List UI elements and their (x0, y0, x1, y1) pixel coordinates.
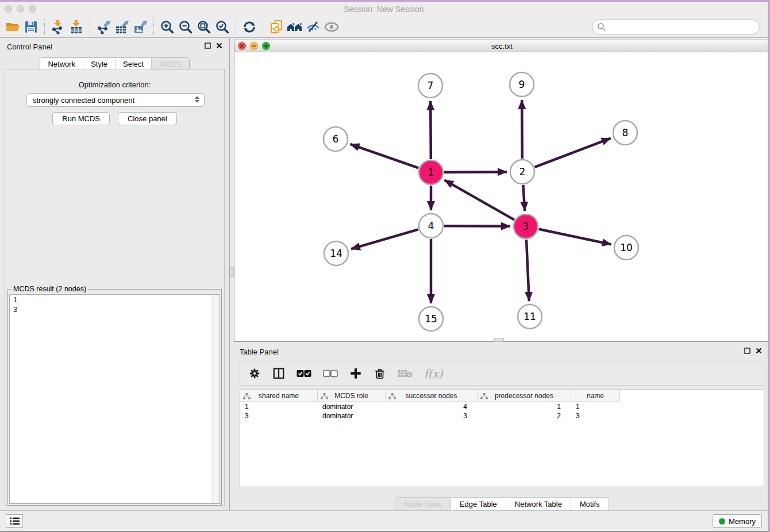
svg-text:9: 9 (519, 79, 525, 90)
zoom-fit-button[interactable] (195, 18, 213, 36)
result-scrollbar[interactable] (212, 295, 220, 503)
tab-edge-table[interactable]: Edge Table (451, 498, 506, 510)
hide-selected-button[interactable] (304, 18, 322, 36)
save-session-button[interactable] (22, 18, 40, 36)
graph-node-14[interactable]: 14 (324, 241, 348, 265)
plus-icon (349, 367, 362, 380)
network-window-titlebar[interactable]: scc.txt (234, 40, 769, 52)
svg-text:2: 2 (519, 166, 526, 178)
graph-node-9[interactable]: 9 (510, 72, 534, 97)
tab-mcds[interactable]: MCDS (151, 58, 188, 70)
open-session-button[interactable] (3, 18, 22, 36)
tab-motifs[interactable]: Motifs (571, 498, 609, 510)
first-neighbors-button[interactable] (286, 18, 304, 36)
show-columns-button[interactable] (272, 367, 285, 380)
graph-edge-1-2[interactable] (444, 172, 507, 172)
export-image-button[interactable] (131, 18, 149, 36)
run-mcds-button[interactable]: Run MCDS (52, 112, 110, 125)
delete-row-button[interactable] (374, 367, 386, 380)
task-history-button[interactable] (6, 514, 23, 528)
search-input[interactable] (606, 22, 754, 31)
tab-network-table[interactable]: Network Table (506, 498, 571, 510)
toolbar-separator (153, 19, 154, 35)
svg-text:6: 6 (333, 133, 339, 145)
graph-edge-3-1[interactable] (444, 180, 514, 219)
graph-node-15[interactable]: 15 (419, 307, 443, 331)
column-header-shared-name[interactable]: shared name (240, 390, 318, 402)
cell-name[interactable]: 3 (571, 411, 620, 421)
graph-edge-4-14[interactable] (351, 229, 418, 249)
import-table-button[interactable] (67, 18, 86, 36)
clone-network-button[interactable] (267, 18, 286, 36)
graph-edge-3-11[interactable] (526, 240, 529, 301)
close-panel-button[interactable]: Close panel (118, 112, 177, 125)
graph-node-8[interactable]: 8 (613, 121, 637, 145)
zoom-selected-button[interactable] (213, 18, 232, 36)
graph-edge-1-6[interactable] (350, 144, 418, 168)
splitter-grip-vertical[interactable] (230, 267, 234, 277)
deselect-all-columns-button[interactable] (323, 369, 338, 377)
search-icon (597, 22, 606, 32)
show-all-button[interactable] (322, 18, 341, 36)
column-header-MCDS-role[interactable]: MCDS role (318, 390, 386, 402)
float-panel-icon[interactable] (205, 43, 211, 49)
table-panel-tabs: Node TableEdge TableNetwork TableMotifs (234, 498, 770, 511)
criterion-dropdown[interactable]: strongly connected component (26, 93, 205, 107)
tab-style[interactable]: Style (83, 58, 115, 70)
graph-edge-2-9[interactable] (522, 100, 522, 159)
column-header-successor-nodes[interactable]: successor nodes (386, 390, 478, 402)
table-row[interactable]: 1dominator411 (240, 402, 764, 411)
export-network-button[interactable] (94, 18, 113, 36)
refresh-view-button[interactable] (240, 18, 259, 36)
graph-edge-1-7[interactable] (430, 101, 431, 159)
graph-node-4[interactable]: 4 (419, 214, 443, 238)
delete-table-button[interactable] (398, 368, 413, 379)
graph-edge-4-3[interactable] (444, 226, 510, 226)
column-header-predecessor-nodes[interactable]: predecessor nodes (478, 390, 571, 402)
float-table-panel-icon[interactable] (744, 348, 750, 354)
splitter-grip-horizontal[interactable] (494, 338, 504, 342)
zoom-in-button[interactable] (158, 18, 176, 36)
cell-MCDS-role[interactable]: dominator (318, 411, 386, 421)
graph-node-11[interactable]: 11 (518, 304, 542, 329)
graph-node-2[interactable]: 2 (510, 160, 534, 184)
mcds-result-title: MCDS result (2 nodes) (11, 285, 88, 293)
tab-node-table[interactable]: Node Table (395, 498, 451, 510)
graph-node-10[interactable]: 10 (614, 236, 638, 260)
column-header-name[interactable]: name (571, 390, 620, 402)
toolbar-separator (263, 19, 263, 35)
tab-network[interactable]: Network (40, 58, 83, 70)
zoom-out-button[interactable] (176, 18, 195, 36)
cell-predecessor-nodes[interactable]: 2 (478, 411, 571, 421)
table-row[interactable]: 3dominator323 (240, 411, 764, 421)
cell-MCDS-role[interactable]: dominator (318, 402, 386, 411)
export-table-button[interactable] (113, 18, 131, 36)
graph-node-1[interactable]: 1 (419, 160, 443, 184)
import-network-button[interactable] (49, 18, 67, 36)
graph-edge-2-3[interactable] (523, 185, 525, 211)
control-panel-title: Control Panel (7, 43, 52, 51)
cell-predecessor-nodes[interactable]: 1 (478, 402, 571, 411)
cell-successor-nodes[interactable]: 3 (386, 411, 478, 421)
graph-edge-2-8[interactable] (535, 138, 611, 167)
tab-select[interactable]: Select (115, 58, 151, 70)
cell-shared-name[interactable]: 1 (240, 402, 318, 411)
graph-node-6[interactable]: 6 (324, 127, 348, 151)
network-canvas[interactable]: 7968124314101511 (234, 52, 769, 341)
close-table-panel-icon[interactable] (756, 348, 762, 354)
add-row-button[interactable] (349, 367, 362, 380)
eye-slash-icon (306, 20, 321, 34)
memory-button[interactable]: Memory (713, 514, 762, 528)
table-panel: Table Panel (234, 344, 770, 513)
search-box (592, 20, 760, 34)
cell-name[interactable]: 1 (571, 402, 620, 411)
graph-node-7[interactable]: 7 (418, 74, 442, 98)
close-panel-icon[interactable] (216, 43, 222, 49)
apply-function-button[interactable]: f(x) (424, 367, 443, 380)
column-settings-button[interactable] (248, 367, 261, 380)
graph-edge-3-10[interactable] (539, 229, 611, 245)
graph-node-3[interactable]: 3 (514, 214, 538, 238)
cell-shared-name[interactable]: 3 (240, 411, 318, 421)
select-all-columns-button[interactable] (297, 369, 311, 377)
cell-successor-nodes[interactable]: 4 (386, 402, 478, 411)
